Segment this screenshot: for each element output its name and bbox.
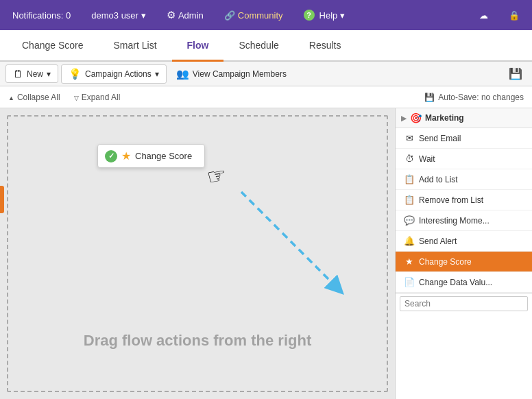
send-alert-label: Send Alert [419,237,457,246]
help-circle-icon: ? [304,10,315,21]
remove-from-list-label: Remove from List [419,195,483,205]
new-button[interactable]: 🗒 New ▾ [5,64,58,83]
campaign-dropdown-icon: ▾ [155,69,159,79]
wait-label: Wait [419,154,435,164]
lock-icon-btn[interactable]: 🔒 [505,8,524,23]
change-data-value-label: Change Data Valu... [419,278,492,287]
admin-label: Admin [178,10,204,21]
new-label: New [27,69,43,79]
user-label: demo3 user [91,10,138,21]
panel-section-label: Marketing [425,113,464,123]
panel-item-send-alert[interactable]: 🔔 Send Alert [396,231,532,252]
cloud-icon-btn[interactable]: ☁ [475,8,492,23]
collapse-all-button[interactable]: Collapse All [8,93,60,102]
help-label: Help [319,10,338,21]
expand-all-label: Expand All [82,93,121,102]
flow-card-change-score[interactable]: ✓ ★ Change Score [97,144,205,168]
tab-smart-list[interactable]: Smart List [99,30,172,62]
tab-flow[interactable]: Flow [172,30,224,62]
canvas-inner[interactable]: ✓ ★ Change Score ☞ Drag flow actions fro… [7,115,388,392]
tab-smart-list-label: Smart List [114,40,157,51]
campaign-actions-label: Campaign Actions [85,69,152,79]
change-score-label: Change Score [419,257,472,267]
panel-section-marketing: ▶ 🎯 Marketing [396,108,532,128]
change-score-icon: ★ [404,256,415,267]
panel-item-remove-from-list[interactable]: 📋 Remove from List [396,190,532,210]
community-menu[interactable]: 🔗 Community [220,8,287,23]
card-star-icon: ★ [121,149,131,162]
user-dropdown-icon: ▾ [141,10,146,21]
help-dropdown-icon: ▾ [340,10,345,21]
remove-from-list-icon: 📋 [404,195,415,205]
main-content: ✓ ★ Change Score ☞ Drag flow actions fro… [0,108,532,399]
orange-accent [0,186,4,213]
tab-results-label: Results [309,40,341,51]
drag-hint-text: Drag flow actions from the right [84,332,311,350]
admin-gear-icon: ⚙ [167,9,176,21]
community-label: Community [238,10,283,21]
autosave-status: 💾 Auto-Save: no changes [424,93,524,102]
autosave-text: Auto-Save: no changes [438,93,524,102]
canvas-area[interactable]: ✓ ★ Change Score ☞ Drag flow actions fro… [0,108,395,399]
tab-schedule[interactable]: Schedule [223,30,293,62]
campaign-icon: 💡 [69,68,82,80]
drag-arrow [214,178,372,302]
collapse-icon [8,93,14,102]
admin-menu[interactable]: ⚙ Admin [162,6,208,24]
tab-schedule-label: Schedule [239,40,278,51]
tab-bar: Change Score Smart List Flow Schedule Re… [0,30,532,62]
save-icon: 💾 [509,68,522,80]
view-campaign-icon: 👥 [176,68,189,80]
panel-item-add-to-list[interactable]: 📋 Add to List [396,169,532,190]
toolbar: 🗒 New ▾ 💡 Campaign Actions ▾ 👥 View Camp… [0,62,532,86]
community-icon: 🔗 [224,10,235,21]
panel-item-interesting-moment[interactable]: 💬 Interesting Mome... [396,210,532,231]
wait-icon: ⏱ [404,154,415,164]
cursor-hand-icon: ☞ [205,162,229,191]
interesting-moment-icon: 💬 [404,215,415,226]
panel-item-change-data-value[interactable]: 📄 Change Data Valu... [396,272,532,293]
send-alert-icon: 🔔 [404,236,415,246]
user-menu[interactable]: demo3 user ▾ [87,8,150,23]
collapse-expand-bar: Collapse All Expand All 💾 Auto-Save: no … [0,86,532,108]
collapse-all-label: Collapse All [17,93,60,102]
view-campaign-label: View Campaign Members [193,69,287,79]
tab-change-score-label: Change Score [22,40,84,51]
autosave-icon: 💾 [424,93,435,102]
new-icon: 🗒 [13,68,23,80]
tab-results[interactable]: Results [294,30,356,62]
send-email-icon: ✉ [404,133,415,143]
tab-change-score[interactable]: Change Score [7,30,99,62]
send-email-label: Send Email [419,134,461,143]
panel-item-wait[interactable]: ⏱ Wait [396,149,532,169]
right-panel: ▶ 🎯 Marketing ✉ Send Email ⏱ Wait 📋 Add … [395,108,532,399]
tab-flow-label: Flow [187,40,209,51]
expand-all-button[interactable]: Expand All [74,93,121,102]
marketing-icon: 🎯 [410,112,422,123]
interesting-moment-label: Interesting Mome... [419,216,489,226]
save-button[interactable]: 💾 [505,64,527,83]
search-input[interactable] [400,296,528,311]
add-to-list-icon: 📋 [404,174,415,184]
notifications-label: Notifications: 0 [12,10,71,21]
panel-item-change-score[interactable]: ★ Change Score [396,252,532,272]
panel-item-send-email[interactable]: ✉ Send Email [396,128,532,149]
add-to-list-label: Add to List [419,175,458,184]
view-campaign-button[interactable]: 👥 View Campaign Members [169,65,293,83]
tree-expand-icon: ▶ [401,114,407,122]
change-data-value-icon: 📄 [404,277,415,287]
notifications-item[interactable]: Notifications: 0 [8,8,75,23]
top-nav: Notifications: 0 demo3 user ▾ ⚙ Admin 🔗 … [0,0,532,30]
flow-card-label: Change Score [135,151,192,161]
help-menu[interactable]: ? Help ▾ [300,7,350,23]
new-dropdown-icon: ▾ [47,69,51,79]
search-bar[interactable] [396,293,532,314]
check-icon: ✓ [105,150,117,162]
expand-icon [74,93,79,102]
campaign-actions-button[interactable]: 💡 Campaign Actions ▾ [61,64,167,84]
